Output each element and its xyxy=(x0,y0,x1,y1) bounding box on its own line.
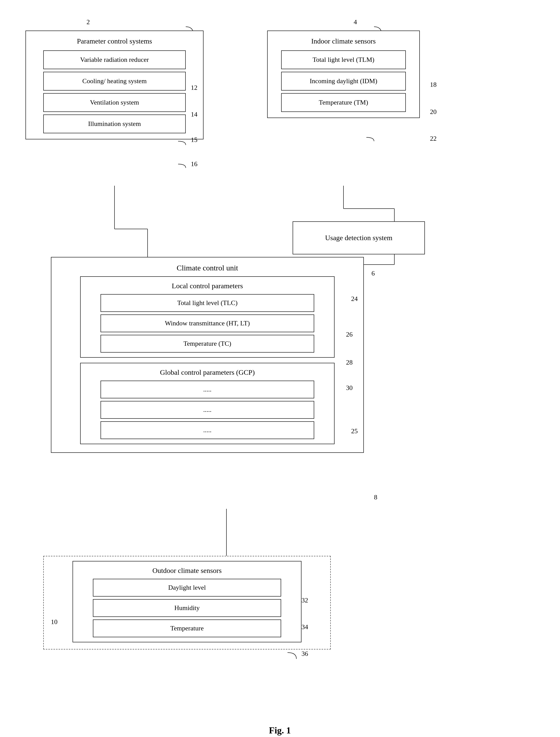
indoor-sensors-box: Indoor climate sensors Total light level… xyxy=(267,31,420,118)
climate-control-label: Climate control unit xyxy=(56,262,359,274)
ref-15: 15 xyxy=(191,136,197,144)
param-control-label: Parameter control systems xyxy=(31,36,198,47)
ref-20: 20 xyxy=(430,108,437,116)
tlm-item: Total light level (TLM) xyxy=(281,50,406,69)
local-params-box: Local control parameters Total light lev… xyxy=(80,276,335,358)
variable-radiation-item: Variable radiation reducer xyxy=(43,50,186,69)
daylight-item: Daylight level xyxy=(93,579,281,597)
humidity-item: Humidity xyxy=(93,599,281,617)
ref-18: 18 xyxy=(430,81,437,89)
ref-36: 36 xyxy=(301,650,308,658)
global-params-label: Global control parameters (GCP) xyxy=(84,367,331,378)
gcp-item-1: ..... xyxy=(100,381,314,398)
idm-item: Incoming daylight (IDM) xyxy=(281,72,406,91)
param-control-box: Parameter control systems Variable radia… xyxy=(25,31,204,139)
tc-item: Temperature (TC) xyxy=(100,335,314,353)
ventilation-item: Ventilation system xyxy=(43,93,186,112)
ref-32: 32 xyxy=(301,597,308,604)
cooling-heating-item: Cooling/ heating system xyxy=(43,72,186,91)
ref-8: 8 xyxy=(374,494,377,501)
diagram: Parameter control systems Variable radia… xyxy=(0,0,560,737)
illumination-item: Illumination system xyxy=(43,114,186,133)
local-params-label: Local control parameters xyxy=(84,280,331,292)
outdoor-sensors-inner-box: Outdoor climate sensors Daylight level H… xyxy=(73,561,301,642)
ht-lt-item: Window transmittance (HT, LT) xyxy=(100,314,314,332)
usage-detection-label: Usage detection system xyxy=(323,232,395,243)
global-params-box: Global control parameters (GCP) ..... ..… xyxy=(80,363,335,444)
gcp-item-3: ..... xyxy=(100,421,314,439)
ref-12: 12 xyxy=(191,84,197,92)
ref-4: 4 xyxy=(354,18,357,26)
outdoor-sensors-label: Outdoor climate sensors xyxy=(77,565,297,576)
gcp-item-2: ..... xyxy=(100,401,314,419)
ref-16: 16 xyxy=(191,160,197,168)
tlc-item: Total light level (TLC) xyxy=(100,294,314,312)
ref-14: 14 xyxy=(191,111,197,118)
ref-2: 2 xyxy=(87,18,90,26)
ref-10: 10 xyxy=(51,618,58,626)
ref-22: 22 xyxy=(430,135,437,142)
outdoor-sensors-box: Outdoor climate sensors Daylight level H… xyxy=(43,556,331,649)
ref-28: 28 xyxy=(346,359,353,366)
fig-caption: Fig. 1 xyxy=(229,725,331,736)
indoor-sensors-label: Indoor climate sensors xyxy=(272,36,415,47)
ref-24: 24 xyxy=(351,295,358,303)
ref-6: 6 xyxy=(371,270,375,277)
usage-detection-box: Usage detection system xyxy=(293,221,425,254)
climate-control-box: Climate control unit Local control param… xyxy=(51,257,364,453)
ref-34: 34 xyxy=(301,623,308,631)
ref-26: 26 xyxy=(346,331,353,338)
ref-25: 25 xyxy=(351,427,358,435)
tm-item: Temperature (TM) xyxy=(281,93,406,112)
outdoor-temp-item: Temperature xyxy=(93,619,281,637)
ref-30: 30 xyxy=(346,384,353,392)
